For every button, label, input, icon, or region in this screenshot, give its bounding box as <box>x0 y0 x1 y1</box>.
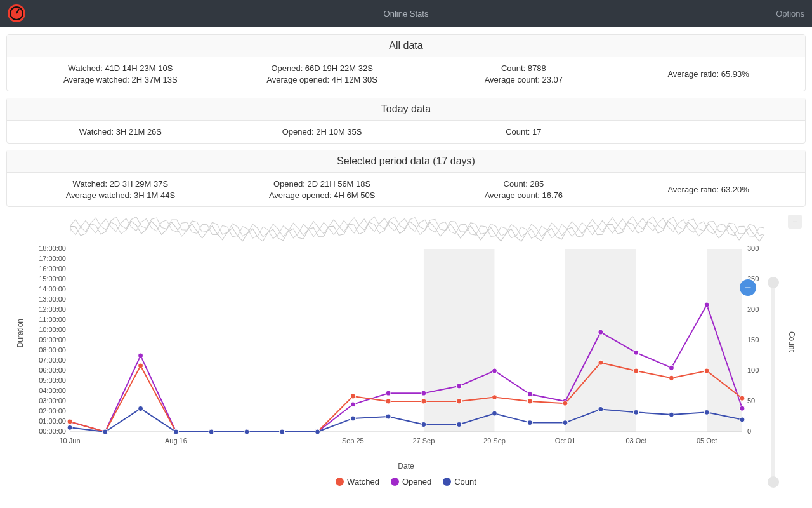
all-col-ratio: Average ratio: 65.93% <box>624 64 792 84</box>
svg-text:15:00:00: 15:00:00 <box>39 275 66 283</box>
today-watched: Watched: 3H 21M 26S <box>20 127 221 137</box>
svg-point-60 <box>138 363 143 368</box>
y-axis-left-label: Duration <box>16 318 25 347</box>
svg-text:01:00:00: 01:00:00 <box>39 417 66 425</box>
card-all-title: All data <box>7 35 805 57</box>
zoom-slider[interactable] <box>771 281 775 484</box>
svg-text:09:00:00: 09:00:00 <box>39 336 66 344</box>
svg-point-97 <box>740 417 745 422</box>
main-content: All data Watched: 41D 14H 23M 10S Averag… <box>0 27 812 491</box>
svg-point-82 <box>209 429 214 434</box>
period-avg-ratio: Average ratio: 63.20% <box>667 185 749 194</box>
all-count: Count: 8788 <box>422 64 624 73</box>
all-col-opened: Opened: 66D 19H 22M 32S Average opened: … <box>221 64 423 84</box>
svg-text:08:00:00: 08:00:00 <box>39 346 66 354</box>
detail-chart[interactable]: Duration Count 00:00:0001:00:0002:00:000… <box>25 244 787 471</box>
today-col-count: Count: 17 <box>422 127 624 137</box>
svg-text:03 Oct: 03 Oct <box>625 437 646 444</box>
all-col-watched: Watched: 41D 14H 23M 10S Average watched… <box>20 64 221 84</box>
svg-rect-1 <box>565 249 636 432</box>
svg-text:50: 50 <box>747 397 755 404</box>
options-button[interactable]: Options <box>776 9 804 18</box>
svg-text:04:00:00: 04:00:00 <box>39 387 66 394</box>
legend: Watched Opened Count <box>13 471 799 491</box>
today-col-watched: Watched: 3H 21M 26S <box>20 127 221 137</box>
app-logo-icon <box>8 4 25 22</box>
svg-point-93 <box>598 406 603 411</box>
svg-point-68 <box>421 399 426 404</box>
svg-text:27 Sep: 27 Sep <box>412 437 435 444</box>
svg-point-88 <box>421 422 426 427</box>
svg-text:Sep 25: Sep 25 <box>342 437 364 444</box>
all-avg-watched: Average watched: 2H 37M 13S <box>20 75 221 84</box>
app-title: Online Stats <box>384 9 429 18</box>
zoom-slider-knob-bottom[interactable] <box>768 476 779 488</box>
svg-text:07:00:00: 07:00:00 <box>39 356 66 364</box>
svg-point-95 <box>669 412 674 417</box>
svg-point-87 <box>386 414 391 419</box>
svg-point-80 <box>138 406 143 411</box>
svg-point-67 <box>386 399 391 404</box>
legend-opened-dot-icon <box>391 478 399 486</box>
svg-text:150: 150 <box>747 336 759 344</box>
card-today-title: Today data <box>7 98 805 121</box>
close-chart-button[interactable]: − <box>788 215 802 229</box>
svg-point-96 <box>704 410 709 415</box>
card-period-data: Selected period data (17 days) Watched: … <box>6 150 806 207</box>
svg-text:00:00:00: 00:00:00 <box>39 427 66 435</box>
svg-point-48 <box>421 391 426 396</box>
svg-point-55 <box>669 365 674 370</box>
zoom-slider-knob-top[interactable] <box>768 277 779 288</box>
svg-point-90 <box>492 411 497 416</box>
svg-rect-2 <box>707 249 742 432</box>
svg-point-81 <box>173 429 178 434</box>
svg-point-77 <box>740 396 745 401</box>
period-watched: Watched: 2D 3H 29M 37S <box>20 179 221 189</box>
svg-text:100: 100 <box>747 366 759 374</box>
svg-point-92 <box>563 420 568 425</box>
svg-point-94 <box>634 410 639 415</box>
svg-point-79 <box>103 429 108 434</box>
all-watched: Watched: 41D 14H 23M 10S <box>20 64 221 73</box>
legend-count[interactable]: Count <box>443 477 476 486</box>
overview-sparkline[interactable] <box>70 213 768 244</box>
topbar: Online Stats Options <box>0 0 812 27</box>
period-opened: Opened: 2D 21H 56M 18S <box>221 179 423 189</box>
svg-point-75 <box>669 375 674 380</box>
svg-text:29 Sep: 29 Sep <box>483 437 506 444</box>
svg-text:14:00:00: 14:00:00 <box>39 285 66 293</box>
svg-text:Oct 01: Oct 01 <box>555 437 575 444</box>
svg-point-73 <box>598 360 603 365</box>
card-all-body: Watched: 41D 14H 23M 10S Average watched… <box>7 57 805 91</box>
legend-count-label: Count <box>454 477 476 486</box>
legend-opened[interactable]: Opened <box>391 477 431 486</box>
chart-area: − Duration Count 00:00:0001:00:0002:00:0… <box>6 213 806 491</box>
today-count: Count: 17 <box>422 127 624 137</box>
svg-point-69 <box>457 399 462 404</box>
zoom-out-button[interactable]: − <box>740 279 756 296</box>
svg-text:12:00:00: 12:00:00 <box>39 305 66 313</box>
svg-point-91 <box>527 420 532 425</box>
svg-point-71 <box>527 399 532 404</box>
svg-point-85 <box>315 429 320 434</box>
svg-text:18:00:00: 18:00:00 <box>39 244 66 252</box>
svg-point-84 <box>280 429 285 434</box>
svg-text:0: 0 <box>747 427 751 435</box>
svg-text:Aug 16: Aug 16 <box>165 437 187 444</box>
svg-text:13:00:00: 13:00:00 <box>39 295 66 303</box>
svg-point-53 <box>598 330 603 335</box>
svg-text:16:00:00: 16:00:00 <box>39 265 66 272</box>
svg-point-51 <box>527 392 532 397</box>
svg-point-66 <box>350 394 355 399</box>
svg-text:17:00:00: 17:00:00 <box>39 255 66 262</box>
period-col-opened: Opened: 2D 21H 56M 18S Average opened: 4… <box>221 179 423 200</box>
all-opened: Opened: 66D 19H 22M 32S <box>221 64 423 73</box>
today-col-opened: Opened: 2H 10M 35S <box>221 127 423 137</box>
legend-watched[interactable]: Watched <box>336 477 379 486</box>
card-today-data: Today data Watched: 3H 21M 26S Opened: 2… <box>6 98 806 144</box>
svg-text:02:00:00: 02:00:00 <box>39 407 66 415</box>
all-avg-opened: Average opened: 4H 12M 30S <box>221 75 423 84</box>
svg-point-83 <box>244 429 249 434</box>
svg-point-58 <box>67 419 72 424</box>
svg-point-47 <box>386 391 391 396</box>
